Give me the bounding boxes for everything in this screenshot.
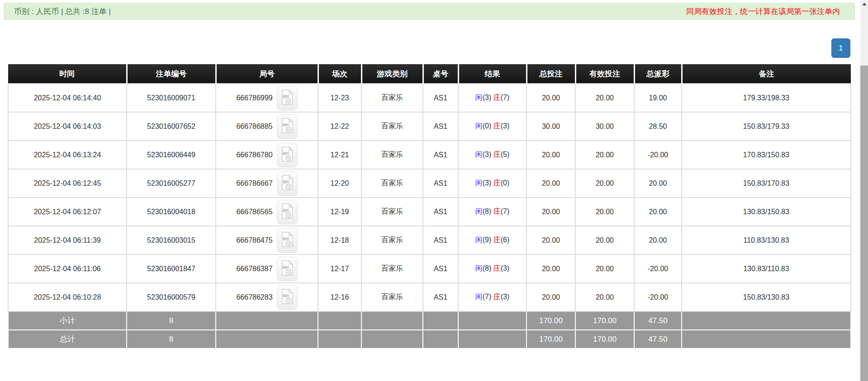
payout-cell: 20.00	[634, 198, 682, 226]
round-number: 666786387	[236, 265, 272, 273]
result-banker-label: 庄	[493, 293, 501, 301]
result-banker-score: (7)	[501, 207, 510, 215]
valid-bet-cell: 20.00	[575, 283, 634, 311]
valid-bet-cell: 20.00	[575, 169, 634, 198]
result-player-label: 闲	[475, 207, 483, 215]
bet-id-cell: 523016009071	[127, 84, 216, 112]
result-banker-label: 庄	[493, 236, 501, 244]
subtotal-row: 小计8170.00170.0047.50	[8, 311, 851, 330]
bet-records-table-container: 时间 注单编号 局号 场次 游戏类别 桌号 结果 总投注 有效投注 总派彩 备注…	[8, 64, 850, 349]
result-banker-label: 庄	[493, 264, 501, 272]
session-cell: 12-18	[318, 226, 361, 254]
round-number: 666786780	[236, 151, 272, 159]
result-player-label: 闲	[475, 293, 483, 301]
valid-bet-cell: 20.00	[575, 84, 634, 112]
result-cell: 闲(0) 庄(3)	[458, 112, 526, 141]
total-count: 8	[127, 330, 216, 348]
scroll-up-button[interactable]	[860, 0, 868, 8]
up-arrow-icon	[862, 3, 867, 5]
result-banker-label: 庄	[493, 179, 501, 187]
round-cell: 666786885	[216, 112, 318, 141]
video-replay-button[interactable]	[277, 228, 298, 253]
video-file-icon	[280, 260, 294, 278]
result-player-score: (8)	[483, 264, 492, 272]
game-type-cell: 百家乐	[361, 141, 423, 169]
total-bet-link[interactable]: 20.00	[526, 226, 575, 254]
result-player-label: 闲	[475, 264, 483, 272]
result-cell: 闲(3) 庄(5)	[458, 141, 526, 169]
total-bet-link[interactable]: 20.00	[526, 254, 575, 283]
game-type-cell: 百家乐	[361, 226, 423, 254]
table-id-cell: AS1	[423, 226, 458, 254]
total-bet-link[interactable]: 20.00	[526, 169, 575, 198]
video-replay-button[interactable]	[277, 114, 298, 139]
video-replay-button[interactable]	[277, 143, 298, 167]
result-player-score: (3)	[483, 179, 492, 187]
pagination-page-button[interactable]: 1	[831, 38, 850, 58]
round-number: 666786283	[236, 293, 272, 301]
subtotal-total-bet: 170.00	[526, 311, 575, 330]
bet-id-cell: 523016001847	[127, 254, 216, 283]
total-bet-link[interactable]: 20.00	[526, 141, 575, 169]
valid-bet-cell: 20.00	[575, 141, 634, 169]
result-banker-score: (0)	[501, 179, 510, 187]
round-cell: 666786999	[216, 84, 318, 112]
col-header-remark: 备注	[682, 64, 851, 84]
round-number: 666786475	[236, 236, 272, 245]
video-replay-button[interactable]	[277, 257, 298, 281]
result-cell: 闲(8) 庄(7)	[458, 198, 526, 226]
remark-cell: 150.83/179.33	[682, 112, 851, 141]
total-bet-link[interactable]: 20.00	[526, 283, 575, 311]
result-banker-score: (6)	[501, 236, 510, 244]
session-cell: 12-16	[318, 283, 361, 311]
result-cell: 闲(3) 庄(7)	[458, 84, 526, 112]
result-banker-score: (3)	[501, 122, 510, 130]
session-cell: 12-17	[318, 254, 361, 283]
session-cell: 12-21	[318, 141, 361, 169]
col-header-time: 时间	[8, 64, 127, 84]
subtotal-valid-bet: 170.00	[575, 311, 634, 330]
result-banker-score: (3)	[501, 264, 510, 272]
result-player-label: 闲	[475, 179, 483, 187]
video-replay-button[interactable]	[277, 200, 298, 224]
round-number: 666786999	[236, 94, 272, 102]
total-bet-link[interactable]: 20.00	[526, 198, 575, 226]
payout-cell: 28.50	[634, 112, 682, 141]
total-bet-link[interactable]: 30.00	[526, 112, 575, 141]
result-player-score: (3)	[483, 151, 492, 158]
time-cell: 2025-12-04 06:10:28	[8, 283, 127, 311]
result-player-label: 闲	[475, 122, 483, 130]
bet-id-cell: 523016006449	[127, 141, 216, 169]
subtotal-count: 8	[127, 311, 216, 330]
table-id-cell: AS1	[423, 169, 458, 198]
result-banker-label: 庄	[493, 207, 501, 215]
time-cell: 2025-12-04 06:13:24	[8, 141, 127, 169]
video-replay-button[interactable]	[277, 285, 298, 310]
round-cell: 666786475	[216, 226, 318, 254]
remark-cell: 170.83/150.83	[682, 141, 851, 169]
valid-bet-cell: 20.00	[575, 254, 634, 283]
scrollbar-thumb[interactable]	[860, 66, 868, 381]
summary-bar: 币别 : 人民币 | 总共 :8 注单 | 同局有效投注，统一计算在该局第一张注…	[4, 3, 855, 20]
valid-bet-cell: 20.00	[575, 226, 634, 254]
result-banker-score: (3)	[501, 293, 510, 301]
total-bet-link[interactable]: 20.00	[526, 84, 575, 112]
remark-cell: 110.83/130.83	[682, 226, 851, 254]
payout-cell: -20.00	[634, 141, 682, 169]
col-header-session: 场次	[318, 64, 361, 84]
bet-id-cell: 523016007652	[127, 112, 216, 141]
bet-record-row: 2025-12-04 06:13:24523016006449666786780…	[8, 141, 851, 169]
result-player-score: (7)	[483, 293, 492, 301]
scrollbar[interactable]	[860, 0, 868, 381]
payout-cell: 20.00	[634, 226, 682, 254]
bet-id-cell: 523016004018	[127, 198, 216, 226]
video-replay-button[interactable]	[277, 86, 298, 110]
video-file-icon	[280, 174, 294, 193]
video-replay-button[interactable]	[277, 171, 298, 196]
payout-cell: -20.00	[634, 254, 682, 283]
remark-cell: 179.33/198.33	[682, 84, 851, 112]
bet-id-cell: 523016003015	[127, 226, 216, 254]
time-cell: 2025-12-04 06:12:07	[8, 198, 127, 226]
valid-bet-cell: 30.00	[575, 112, 634, 141]
result-cell: 闲(9) 庄(6)	[458, 226, 526, 254]
